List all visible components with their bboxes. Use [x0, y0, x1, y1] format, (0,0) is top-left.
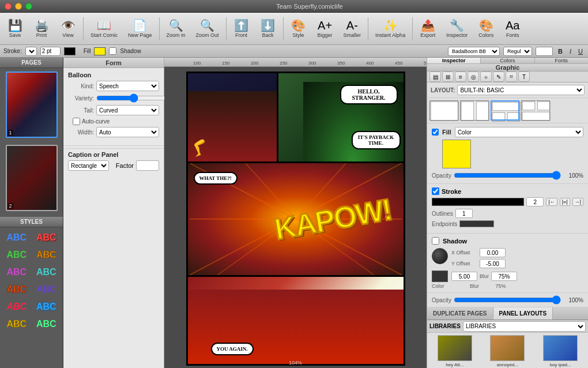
shadow-blur-input[interactable]	[491, 272, 517, 281]
layout-select[interactable]: BUILT-IN: BASIC	[457, 85, 585, 95]
tail-select[interactable]: Curved Straight	[96, 105, 159, 115]
stroke-color-swatch[interactable]	[64, 47, 76, 55]
bigger-button[interactable]: A+ Bigger	[312, 15, 338, 43]
panel-bottom[interactable]: YOU AGAIN.	[188, 277, 404, 364]
style-item-9[interactable]: ABC	[2, 299, 31, 315]
insp-btn-5[interactable]: ⟐	[480, 72, 492, 82]
save-button[interactable]: 💾 Save	[2, 15, 28, 43]
panel-middle[interactable]: WHAT THE?! KAPOW!	[188, 163, 404, 277]
start-comic-button[interactable]: 📖 Start Comic	[86, 15, 122, 43]
variety-slider[interactable]	[96, 93, 171, 103]
front-button[interactable]: ⬆️ Front	[229, 15, 254, 43]
stroke-align-out[interactable]: →|	[572, 198, 583, 206]
insp-btn-7[interactable]: ⌗	[506, 72, 517, 82]
speech-bubble-1[interactable]: HELLO, STRANGER.	[340, 85, 398, 104]
outlines-input[interactable]	[455, 209, 473, 218]
speech-bubble-2[interactable]: IT'S PAYBACK TIME.	[352, 131, 401, 149]
style-item-4[interactable]: ABC	[32, 247, 61, 263]
caption-type-select[interactable]: Rectangle	[68, 160, 109, 171]
tab-colors[interactable]: Colors	[481, 58, 534, 63]
stroke-align-center[interactable]: |=|	[560, 198, 570, 206]
inspector-button[interactable]: 🔧 Inspector	[442, 15, 472, 43]
style-item-10[interactable]: ABC	[32, 299, 61, 315]
fill-checkbox[interactable]	[432, 129, 439, 136]
minimize-button[interactable]	[15, 3, 22, 10]
fill-color-swatch[interactable]	[94, 47, 105, 55]
style-item-12[interactable]: ABC	[32, 316, 61, 332]
page-thumb-2[interactable]: 2	[6, 145, 58, 211]
zoom-out-button[interactable]: 🔍 Zoom Out	[191, 15, 224, 43]
shadow-size-input[interactable]	[451, 272, 477, 281]
print-button[interactable]: 🖨️ Print	[29, 15, 54, 43]
close-button[interactable]	[5, 3, 12, 10]
insp-btn-3[interactable]: ≡	[455, 72, 466, 82]
maximize-button[interactable]	[25, 3, 32, 10]
img-thumb-2[interactable]: annoyed...	[483, 335, 533, 367]
shadow-color-swatch[interactable]	[432, 271, 448, 282]
speech-bubble-3[interactable]: WHAT THE?!	[194, 172, 238, 185]
stroke-align-in[interactable]: |←	[546, 198, 557, 206]
tab-inspector[interactable]: Inspector	[427, 58, 481, 63]
layout-thumb-4[interactable]	[521, 100, 550, 121]
stroke-size-field[interactable]	[526, 197, 544, 206]
insp-btn-2[interactable]: ⊞	[442, 72, 454, 82]
new-page-button[interactable]: 📄 New Page	[123, 15, 157, 43]
stroke-size-input[interactable]	[40, 47, 61, 56]
speech-bubble-4[interactable]: YOU AGAIN.	[211, 343, 254, 355]
style-button[interactable]: 🎨 Style	[286, 15, 311, 43]
style-item-5[interactable]: ABC	[2, 264, 31, 280]
layout-thumb-1[interactable]	[429, 100, 458, 121]
stroke-style-select[interactable]	[25, 47, 37, 56]
tab-panel-layouts[interactable]: PANEL LAYOUTS	[493, 307, 553, 320]
style-item-2[interactable]: ABC	[32, 230, 61, 246]
font-size-select[interactable]: Regular	[503, 47, 532, 56]
img-thumb-1[interactable]: hey Att...	[429, 335, 480, 367]
view-button[interactable]: 👁️ View	[55, 15, 81, 43]
page-thumb-1[interactable]: 1	[6, 72, 58, 138]
style-item-1[interactable]: ABC	[2, 230, 31, 246]
x-offset-input[interactable]	[480, 248, 506, 257]
fonts-button[interactable]: Aa Fonts	[500, 15, 525, 43]
fill-type-select[interactable]: Color Gradient	[455, 127, 583, 137]
library-select[interactable]: LIBRARIES	[463, 321, 586, 332]
style-item-6[interactable]: ABC	[32, 264, 61, 280]
back-button[interactable]: ⬇️ Back	[255, 15, 281, 43]
opacity-slider[interactable]	[454, 295, 561, 305]
tab-duplicate-pages[interactable]: DUPLICATE PAGES	[427, 307, 493, 320]
panel-top-right[interactable]: HELLO, STRANGER. IT'S PAYBACK TIME.	[278, 73, 404, 163]
bold-button[interactable]: B	[556, 48, 564, 55]
italic-button[interactable]: I	[568, 48, 573, 55]
zoom-in-button[interactable]: 🔍 Zoom In	[162, 15, 190, 43]
shadow-section-checkbox[interactable]	[432, 237, 439, 245]
style-item-3[interactable]: ABC	[2, 247, 31, 263]
colors-button[interactable]: 🎨 Colors	[473, 15, 499, 43]
fill-color-preview[interactable]	[442, 140, 471, 168]
style-item-11[interactable]: ABC	[2, 316, 31, 332]
layout-thumb-3[interactable]	[491, 100, 519, 121]
layout-thumb-2[interactable]	[460, 100, 489, 121]
img-thumb-3[interactable]: boy ipad...	[535, 335, 586, 367]
insp-btn-4[interactable]: ◎	[468, 72, 479, 82]
stroke-color-swatch[interactable]	[432, 198, 524, 206]
style-item-7[interactable]: ABC	[2, 281, 31, 298]
fill-opacity-slider[interactable]	[454, 171, 561, 180]
underline-button[interactable]: U	[576, 48, 585, 55]
smaller-button[interactable]: A- Smaller	[339, 15, 366, 43]
canvas-area[interactable]: 100 150 200 250 300 350 400 450 500 550 …	[164, 58, 427, 368]
export-button[interactable]: 📤 Export	[415, 15, 440, 43]
autocurve-checkbox[interactable]	[73, 118, 80, 125]
stroke-checkbox[interactable]	[432, 187, 439, 195]
font-size-input[interactable]	[536, 47, 553, 56]
shadow-ball[interactable]	[432, 248, 448, 264]
instant-alpha-button[interactable]: ✨ Instant Alpha	[371, 15, 410, 43]
insp-btn-6[interactable]: ✎	[493, 72, 504, 82]
factor-input[interactable]	[136, 160, 159, 171]
width-select[interactable]: Auto Fixed	[96, 127, 159, 137]
kind-select[interactable]: Speech Thought Caption	[96, 81, 159, 91]
comic-page[interactable]: 🦵 HELLO, STRANGER. IT'S PAYBACK TIME.	[186, 72, 405, 366]
style-item-8[interactable]: ABC	[32, 281, 61, 298]
y-offset-input[interactable]	[480, 259, 506, 268]
font-name-select[interactable]: BadaBoom BB	[448, 47, 500, 56]
insp-btn-8[interactable]: T	[518, 72, 530, 82]
tab-fonts[interactable]: Fonts	[535, 58, 588, 63]
